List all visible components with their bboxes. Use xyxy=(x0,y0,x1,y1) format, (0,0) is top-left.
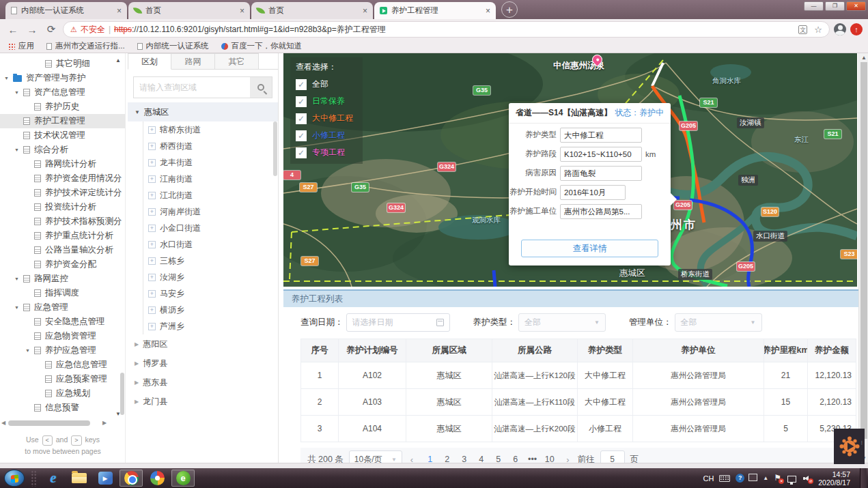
scroll-up-icon[interactable]: ▲ xyxy=(859,55,868,61)
checkbox-checked-icon[interactable] xyxy=(296,79,307,90)
checkbox-checked-icon[interactable] xyxy=(296,130,307,141)
tree-toggle-icon[interactable] xyxy=(148,126,156,134)
tree-toggle-icon[interactable] xyxy=(148,241,156,248)
tree-tab[interactable]: 其它 xyxy=(215,53,259,70)
expand-arrow-icon[interactable] xyxy=(14,305,23,310)
tree-toggle-icon[interactable] xyxy=(148,159,156,167)
sidebar-item[interactable]: 养护资金使用情况分 xyxy=(0,171,125,186)
type-filter-select[interactable]: 全部 ▼ xyxy=(518,313,606,332)
sidebar-item[interactable]: 路网统计分析 xyxy=(0,157,125,171)
back-icon[interactable]: ← xyxy=(5,22,20,37)
map-view[interactable]: G35 G35 G35 G324 G324 G324 4 S27 S27 S21… xyxy=(283,53,857,287)
tree-toggle-icon[interactable] xyxy=(135,341,139,347)
tree-node[interactable]: 博罗县 xyxy=(128,354,278,373)
taskbar-chrome-icon[interactable] xyxy=(120,470,143,487)
sidebar-item[interactable]: 养护资金分配 xyxy=(0,257,125,272)
sidebar-item[interactable]: 投资统计分析 xyxy=(0,200,125,214)
browser-tab[interactable]: 养护工程管理 × xyxy=(374,2,496,19)
scrollbar-thumb[interactable] xyxy=(860,62,867,439)
sidebar-item[interactable]: 信息预警 xyxy=(0,401,125,415)
sidebar-item[interactable]: 应急信息管理 xyxy=(0,358,125,372)
tab-close-icon[interactable]: × xyxy=(240,6,244,16)
tree-vertical-scrollbar[interactable] xyxy=(273,121,277,176)
tab-close-icon[interactable]: × xyxy=(486,6,490,16)
sidebar-item[interactable]: 养护重点统计分析 xyxy=(0,229,125,243)
sidebar-item[interactable]: 安全隐患点管理 xyxy=(0,315,125,329)
sidebar-item[interactable]: 养护应急管理 xyxy=(0,343,125,358)
sidebar-item[interactable]: 养护技术指标预测分 xyxy=(0,214,125,229)
search-button[interactable] xyxy=(250,77,272,98)
sidebar-item[interactable]: 指挥调度 xyxy=(0,286,125,300)
keyboard-icon[interactable] xyxy=(719,475,730,482)
volume-muted-icon[interactable]: ⊘ xyxy=(802,474,811,483)
sidebar-vertical-scrollbar[interactable] xyxy=(120,373,124,415)
security-warning-icon[interactable]: ⚠ xyxy=(70,25,77,34)
tree-toggle-icon[interactable] xyxy=(148,192,156,199)
tree-tab[interactable]: 区划 xyxy=(128,53,171,70)
unit-filter-select[interactable]: 全部 ▼ xyxy=(675,313,762,332)
sidebar-scroll-up-icon[interactable]: ▲ xyxy=(115,57,121,63)
tree-node[interactable]: 江南街道 xyxy=(128,171,278,187)
tree-toggle-icon[interactable] xyxy=(148,274,156,281)
tree-toggle-icon[interactable] xyxy=(135,379,139,386)
page-vertical-scrollbar[interactable]: ▲ ▼ xyxy=(858,53,868,463)
tree-tab[interactable]: 路网 xyxy=(171,53,215,70)
sidebar-item[interactable]: 公路当量轴次分析 xyxy=(0,243,125,257)
forward-icon[interactable]: → xyxy=(25,22,40,37)
table-row[interactable]: 2 A103 惠城区 汕湛高速—上行K110段 大中修工程 惠州公路管理局 15… xyxy=(300,389,856,416)
sidebar-item[interactable]: 综合分析 xyxy=(0,143,125,157)
window-minimize-button[interactable]: — xyxy=(804,1,824,11)
language-indicator[interactable]: CH xyxy=(703,474,714,483)
taskbar-360se-icon[interactable]: e xyxy=(171,470,195,487)
browser-tab[interactable]: 内部统一认证系统 × xyxy=(5,2,127,19)
reload-icon[interactable]: ⟳ xyxy=(44,22,59,37)
expand-arrow-icon[interactable] xyxy=(25,348,34,353)
tree-node[interactable]: 桥西街道 xyxy=(128,138,278,154)
profile-avatar-icon[interactable] xyxy=(834,23,846,35)
checkbox-checked-icon[interactable] xyxy=(296,113,307,124)
tree-toggle-icon[interactable] xyxy=(135,360,139,367)
bookmark-item[interactable]: 应用 xyxy=(8,41,34,51)
hidden-icons-arrow[interactable]: ▲ xyxy=(763,475,768,481)
tree-toggle-icon[interactable] xyxy=(135,109,140,115)
sidebar-item[interactable]: 资产管理与养护 xyxy=(0,71,125,85)
bookmark-star-icon[interactable]: ☆ xyxy=(814,25,822,35)
expand-arrow-icon[interactable] xyxy=(14,90,23,95)
tree-toggle-icon[interactable] xyxy=(148,323,156,330)
expand-arrow-icon[interactable] xyxy=(14,147,23,152)
tree-toggle-icon[interactable] xyxy=(148,290,156,298)
tree-toggle-icon[interactable] xyxy=(148,143,156,150)
sidebar-item[interactable]: 其它明细 xyxy=(0,57,125,71)
sidebar-item[interactable]: 应急预案管理 xyxy=(0,372,125,386)
checkbox-checked-icon[interactable] xyxy=(296,147,307,158)
tree-node[interactable]: 惠阳区 xyxy=(128,334,278,354)
tree-node[interactable]: 小金口街道 xyxy=(128,220,278,236)
tree-node[interactable]: 芦洲乡 xyxy=(128,318,278,334)
region-search-input[interactable] xyxy=(134,77,250,98)
taskbar-clock[interactable]: 14:57 2020/8/17 xyxy=(818,470,850,487)
bookmark-item[interactable]: 惠州市交通运行指... xyxy=(46,41,125,51)
tree-node[interactable]: 辖桥东街道 xyxy=(128,121,278,138)
sidebar-scroll-right-icon[interactable]: ▶ xyxy=(102,420,107,426)
tree-node[interactable]: 惠东县 xyxy=(128,373,278,392)
sidebar-item[interactable]: 应急物资管理 xyxy=(0,329,125,343)
browser-update-icon[interactable]: ↑ xyxy=(850,23,863,35)
tree-toggle-icon[interactable] xyxy=(148,257,156,265)
expand-arrow-icon[interactable] xyxy=(14,276,23,281)
expand-arrow-icon[interactable] xyxy=(4,76,13,81)
popup-field-value[interactable]: K102+15~K110+50 xyxy=(560,147,642,162)
tab-close-icon[interactable]: × xyxy=(363,6,367,16)
sidebar-item[interactable]: 养护工程管理 xyxy=(0,114,125,128)
new-tab-button[interactable]: + xyxy=(501,1,518,18)
taskbar-ie-icon[interactable]: e xyxy=(42,470,65,487)
help-icon[interactable]: ? xyxy=(736,474,744,483)
view-details-button[interactable]: 查看详情 xyxy=(521,240,658,257)
translate-icon[interactable]: 文 xyxy=(798,25,807,34)
sidebar-item[interactable]: 养护技术评定统计分 xyxy=(0,186,125,200)
sidebar-item[interactable]: 资产信息管理 xyxy=(0,85,125,100)
tree-toggle-icon[interactable] xyxy=(135,399,139,405)
tree-node[interactable]: 龙丰街道 xyxy=(128,154,278,171)
browser-tab[interactable]: 首页 × xyxy=(128,2,250,19)
bookmark-item[interactable]: 内部统一认证系统 xyxy=(137,41,209,51)
network-icon[interactable] xyxy=(787,476,796,483)
